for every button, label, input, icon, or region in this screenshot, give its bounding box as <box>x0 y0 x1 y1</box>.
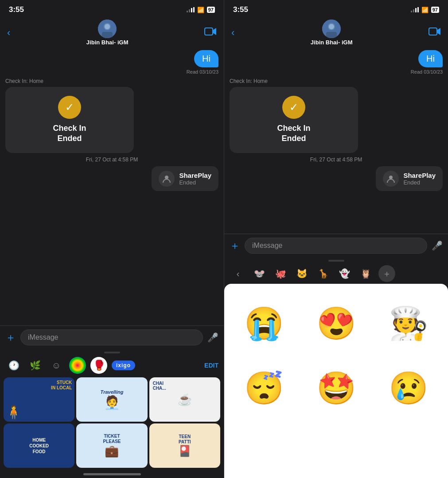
sticker-item-home[interactable]: HOMECOOKEDFOOD <box>4 423 74 468</box>
tab-emoji-left[interactable]: ☺ <box>48 357 65 374</box>
svg-rect-8 <box>326 32 337 38</box>
add-button-right[interactable]: ＋ <box>230 239 240 253</box>
tab-owl-right[interactable]: 🦉 <box>357 265 374 282</box>
tab-mouse1-right[interactable]: 🐭 <box>251 265 268 282</box>
tab-back-right[interactable]: ‹ <box>230 265 246 282</box>
avatar-image-left <box>98 20 117 38</box>
svg-rect-10 <box>429 28 437 35</box>
battery-level-left: 97 <box>207 7 215 13</box>
handle-bar-right <box>328 260 344 262</box>
avatar-image-right <box>322 20 341 38</box>
shareplay-card-right: SharePlay Ended <box>376 166 443 191</box>
home-indicator-left <box>83 473 141 475</box>
tab-giraffe-right[interactable]: 🦒 <box>315 265 331 282</box>
svg-point-5 <box>165 176 168 179</box>
input-bar-right: ＋ iMessage 🎤 <box>224 234 448 257</box>
emoji-sticker-sleeping[interactable]: 😴 <box>231 359 296 417</box>
sticker-item-stuck[interactable]: STUCKIN LOCAL 🧍 <box>4 377 74 422</box>
emoji-sticker-chef[interactable]: 🧑‍🍳 <box>376 294 441 352</box>
video-call-button-left[interactable] <box>204 27 217 39</box>
status-icons-right: 📶 97 <box>411 7 439 13</box>
message-input-left[interactable]: iMessage <box>20 329 203 345</box>
status-bar-right: 3:55 📶 97 <box>224 0 448 18</box>
mic-button-right[interactable]: 🎤 <box>432 240 443 251</box>
contact-center-right[interactable]: Jibin Bhai- iGM <box>311 20 353 46</box>
sticker-panel-left: 🕐 🌿 ☺ 🥊 ixigo EDIT STUCKIN LOCAL 🧍 Trave… <box>0 349 224 478</box>
sticker-panel-right-dark: ‹ 🐭 🐙 🐱 🦒 👻 🦉 ＋ <box>224 257 448 284</box>
shareplay-info-left: SharePlay Ended <box>179 172 211 186</box>
battery-level-right: 97 <box>431 7 439 13</box>
messages-area-right: Hi Read 03/10/23 Check In: Home ✓ Check … <box>224 50 448 234</box>
tab-recent-left[interactable]: 🕐 <box>5 357 22 374</box>
input-bar-left: ＋ iMessage 🎤 <box>0 325 224 349</box>
avatar-right <box>322 20 341 38</box>
add-button-left[interactable]: ＋ <box>5 330 16 345</box>
emoji-mouse-hearts: 😍 <box>316 307 356 339</box>
shareplay-card-left: SharePlay Ended <box>152 166 218 191</box>
edit-button-left[interactable]: EDIT <box>204 362 218 369</box>
tab-octopus-right[interactable]: 🐙 <box>272 265 289 282</box>
checkin-card-right: ✓ Check In Ended <box>230 87 358 153</box>
sticker-grid-left: STUCKIN LOCAL 🧍 Travelling 🧑‍💼 ☕ CHAICHA… <box>0 376 224 470</box>
tab-cat-right[interactable]: 🐱 <box>293 265 310 282</box>
emoji-mouse-sleeping: 😴 <box>244 372 284 404</box>
status-icons-left: 📶 97 <box>187 7 215 13</box>
shareplay-row-right: SharePlay Ended <box>230 166 443 191</box>
shareplay-icon-left <box>159 171 175 187</box>
checkmark-icon-left: ✓ <box>65 101 74 114</box>
tab-ixigo-left[interactable]: ixigo <box>112 360 135 370</box>
hi-bubble-right: Hi <box>418 50 443 67</box>
left-phone-screen: 3:55 📶 97 ‹ <box>0 0 224 478</box>
handle-bar-left <box>104 352 120 353</box>
back-button-right[interactable]: ‹ <box>231 27 234 39</box>
emoji-mouse-crying: 😭 <box>244 307 284 339</box>
hi-bubble-row-right: Hi <box>230 50 443 67</box>
shareplay-info-right: SharePlay Ended <box>403 172 436 186</box>
wifi-icon-right: 📶 <box>421 7 429 13</box>
emoji-sticker-hearts[interactable]: 😍 <box>304 294 369 352</box>
emoji-sticker-sad[interactable]: 😢 <box>376 359 441 417</box>
tab-leaf-left[interactable]: 🌿 <box>27 357 43 374</box>
emoji-sticker-star[interactable]: 🤩 <box>304 359 369 417</box>
hi-bubble-row-left: Hi <box>5 50 218 67</box>
contact-name-left: Jibin Bhai- iGM <box>86 39 129 46</box>
checkin-text-right: Check In Ended <box>277 123 310 144</box>
emoji-mouse-chef: 🧑‍🍳 <box>389 307 429 339</box>
sticker-tabs-right: ‹ 🐭 🐙 🐱 🦒 👻 🦉 ＋ <box>224 263 448 284</box>
shareplay-row-left: SharePlay Ended <box>5 166 218 191</box>
shareplay-icon-right <box>383 171 399 187</box>
sticker-item-chai[interactable]: ☕ CHAICHA... <box>149 377 220 422</box>
status-time-right: 3:55 <box>233 5 248 14</box>
checkin-circle-right: ✓ <box>282 96 305 119</box>
signal-icon-left <box>187 7 195 12</box>
read-receipt-right: Read 03/10/23 <box>230 69 443 74</box>
checkin-card-left: ✓ Check In Ended <box>5 87 134 153</box>
checkin-text-left: Check In Ended <box>53 123 86 144</box>
mic-button-left[interactable]: 🎤 <box>207 332 218 343</box>
video-call-button-right[interactable] <box>429 27 441 39</box>
contact-center-left[interactable]: Jibin Bhai- iGM <box>86 20 129 46</box>
back-button-left[interactable]: ‹ <box>7 27 10 39</box>
tab-fighter-left[interactable]: 🥊 <box>90 357 107 374</box>
sticker-item-travelling[interactable]: Travelling 🧑‍💼 <box>76 377 147 422</box>
sticker-handle-right <box>224 257 448 263</box>
tab-ghost-right[interactable]: 👻 <box>336 265 353 282</box>
right-phone-screen: 3:55 📶 97 ‹ <box>224 0 448 478</box>
tab-plus-right[interactable]: ＋ <box>378 265 395 282</box>
checkin-circle-left: ✓ <box>58 96 81 119</box>
nav-bar-left: ‹ Jibin Bhai- iGM <box>0 18 224 50</box>
home-bar-right <box>228 420 444 429</box>
emoji-mouse-sad: 😢 <box>389 372 429 404</box>
svg-point-9 <box>329 24 334 29</box>
signal-icon-right <box>411 7 419 12</box>
message-input-right[interactable]: iMessage <box>245 238 427 254</box>
sticker-item-teenpatti[interactable]: TEENPATTI 🎴 <box>149 423 220 468</box>
nav-bar-right: ‹ Jibin Bhai- iGM <box>224 18 448 50</box>
read-receipt-left: Read 03/10/23 <box>5 69 218 74</box>
tab-rainbow-left[interactable] <box>69 357 86 374</box>
emoji-sticker-crying[interactable]: 😭 <box>231 294 296 352</box>
status-time-left: 3:55 <box>9 5 24 14</box>
timestamp-left: Fri, 27 Oct at 4:58 PM <box>5 157 218 163</box>
svg-point-11 <box>389 176 393 179</box>
sticker-item-ticket[interactable]: TICKETPLEASE 💼 <box>76 423 147 468</box>
